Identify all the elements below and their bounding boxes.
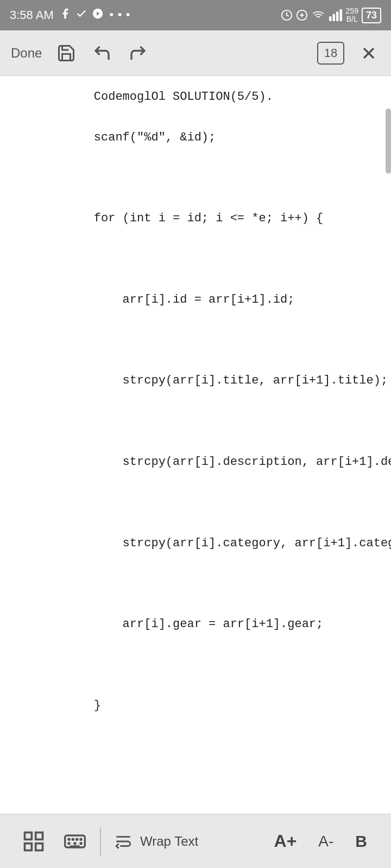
svg-rect-10 <box>339 9 342 21</box>
wrap-text-label: Wrap Text <box>140 834 198 849</box>
keyboard-button[interactable] <box>54 829 96 853</box>
code-content: CodemoglOl SOLUTION(5/5). scanf("%d", &i… <box>0 81 391 738</box>
code-line <box>65 168 378 188</box>
code-line <box>65 310 378 330</box>
video-icon <box>92 8 104 23</box>
code-line <box>65 391 378 411</box>
wrap-text-button[interactable]: Wrap Text <box>105 832 207 851</box>
toolbar: Done 18 <box>0 30 391 76</box>
font-size-indicator: 18 <box>317 42 344 65</box>
code-line <box>65 736 378 738</box>
save-button[interactable] <box>55 42 78 65</box>
code-line <box>65 675 378 695</box>
font-decrease-button[interactable]: A- <box>307 833 344 850</box>
code-line <box>65 716 378 736</box>
status-bar: 3:58 AM ••• <box>0 0 391 30</box>
wrap-text-icon <box>114 832 133 851</box>
code-line: strcpy(arr[i].title, arr[i+1].title); <box>65 371 378 391</box>
signal-icon <box>329 9 343 21</box>
svg-rect-7 <box>329 16 331 21</box>
code-line: arr[i].gear = arr[i+1].gear; <box>65 614 378 634</box>
status-left: 3:58 AM ••• <box>10 8 133 23</box>
status-icons: ••• <box>59 8 133 23</box>
code-line <box>65 107 378 127</box>
facebook-icon <box>59 8 71 23</box>
code-line: } <box>65 695 378 716</box>
svg-rect-14 <box>36 832 43 839</box>
code-line <box>65 553 378 573</box>
status-right: 259B/L 73 <box>281 7 381 24</box>
editor-area[interactable]: CodemoglOl SOLUTION(5/5). scanf("%d", &i… <box>0 76 391 738</box>
bottom-toolbar: Wrap Text A+ A- B <box>0 814 391 868</box>
toolbar-divider <box>100 827 101 856</box>
plus-circle-icon <box>296 9 308 21</box>
code-line <box>65 411 378 431</box>
code-line <box>65 229 378 249</box>
code-line <box>65 513 378 533</box>
svg-rect-15 <box>25 843 32 850</box>
code-line: strcpy(arr[i].description, arr[i+1].desc… <box>65 452 378 472</box>
code-line <box>65 432 378 452</box>
code-line <box>65 493 378 513</box>
svg-rect-8 <box>332 14 335 21</box>
battery-indicator: 73 <box>362 8 381 23</box>
wifi-icon <box>311 9 325 21</box>
code-line <box>65 472 378 492</box>
code-line: for (int i = id; i <= *e; i++) { <box>65 208 378 228</box>
code-line <box>65 350 378 371</box>
status-right-icons: 259B/L 73 <box>281 7 381 24</box>
code-line <box>65 148 378 168</box>
bold-button[interactable]: B <box>344 832 378 851</box>
code-line <box>65 188 378 208</box>
code-line <box>65 330 378 350</box>
code-line: arr[i].id = arr[i+1].id; <box>65 290 378 310</box>
code-line <box>65 249 378 269</box>
scrollbar-thumb[interactable] <box>386 108 391 174</box>
code-line <box>65 270 378 290</box>
code-line <box>65 635 378 655</box>
editor-whitespace <box>0 738 391 814</box>
check-icon <box>75 8 87 23</box>
svg-rect-9 <box>336 12 338 21</box>
redo-button[interactable] <box>127 42 149 65</box>
code-line <box>65 655 378 675</box>
code-line: CodemoglOl SOLUTION(5/5). <box>65 87 378 107</box>
close-button[interactable] <box>357 42 380 65</box>
code-line <box>65 573 378 593</box>
clock-icon <box>281 9 293 21</box>
done-button[interactable]: Done <box>11 46 42 61</box>
undo-button[interactable] <box>91 42 113 65</box>
code-line: strcpy(arr[i].category, arr[i+1].categor… <box>65 533 378 553</box>
more-dots-icon: ••• <box>108 9 133 22</box>
svg-rect-16 <box>36 843 43 850</box>
data-speed: 259B/L <box>346 7 358 24</box>
code-line <box>65 594 378 614</box>
svg-rect-13 <box>25 832 32 839</box>
layout-button[interactable] <box>13 829 54 853</box>
code-line: scanf("%d", &id); <box>65 127 378 148</box>
status-time: 3:58 AM <box>10 8 54 22</box>
font-increase-button[interactable]: A+ <box>263 831 308 851</box>
